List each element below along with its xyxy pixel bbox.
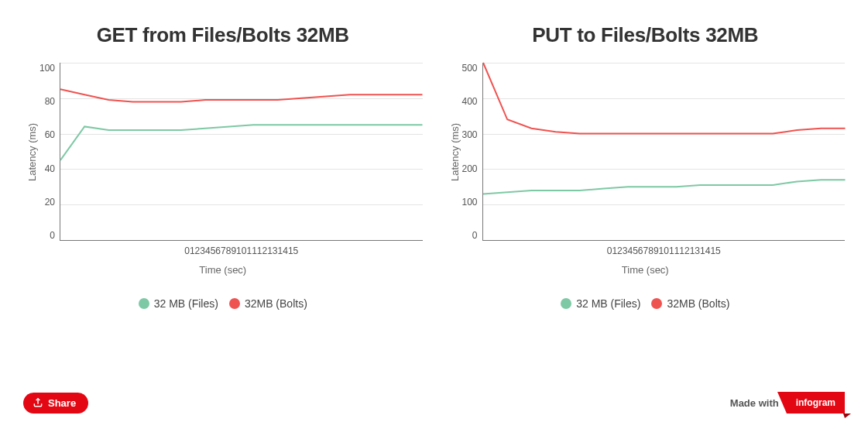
charts-row: GET from Files/Bolts 32MB Latency (ms) 1… [23,23,845,376]
x-tick: 1 [190,245,195,256]
y-tick: 400 [461,96,478,107]
x-tick: 6 [638,245,643,256]
x-tick: 7 [643,245,649,256]
y-tick: 0 [461,230,478,241]
y-axis-label: Latency (ms) [23,63,38,241]
x-tick: 13 [267,245,277,256]
share-label: Share [48,397,76,409]
made-with: Made with infogram [730,392,845,414]
y-ticks: 100806040200 [38,63,60,241]
x-axis-label: Time (sec) [199,264,246,276]
x-tick: 0 [184,245,190,256]
x-tick: 15 [710,245,720,256]
share-icon [33,397,43,408]
brand-label: infogram [796,397,835,408]
legend-label: 32MB (Bolts) [667,297,729,310]
x-ticks: 0123456789101112131415 [570,245,721,256]
x-tick: 3 [200,245,205,256]
x-tick: 7 [221,245,226,256]
y-axis-label: Latency (ms) [446,63,461,241]
chart-put: PUT to Files/Bolts 32MB Latency (ms) 500… [446,23,846,376]
x-tick: 4 [627,245,633,256]
y-ticks: 5004003002001000 [461,63,482,241]
x-tick: 15 [288,245,298,256]
y-tick: 20 [38,197,55,208]
bottom-bar: Share Made with infogram [23,392,845,414]
x-tick: 5 [211,245,216,256]
x-tick: 6 [215,245,221,256]
infogram-link[interactable]: infogram [787,392,845,414]
chart-lines [60,63,423,240]
chart-lines [483,63,846,240]
legend-dot-icon [229,298,240,309]
y-tick: 300 [461,129,478,140]
y-tick: 100 [461,197,478,208]
plot-area: Latency (ms) 5004003002001000 [446,63,846,241]
legend-item-files: 32 MB (Files) [561,297,640,310]
legend-label: 32MB (Bolts) [245,297,307,310]
y-tick: 200 [461,163,478,174]
x-tick: 11 [246,245,256,256]
x-tick: 0 [607,245,612,256]
legend: 32 MB (Files) 32MB (Bolts) [139,297,307,310]
y-tick: 0 [38,230,55,241]
x-tick: 9 [654,245,659,256]
x-tick: 13 [690,245,700,256]
legend: 32 MB (Files) 32MB (Bolts) [561,297,729,310]
made-with-label: Made with [730,397,779,409]
series-line [60,89,423,101]
legend-item-files: 32 MB (Files) [139,297,218,310]
legend-label: 32 MB (Files) [576,297,640,310]
chart-title: PUT to Files/Bolts 32MB [532,23,758,47]
legend-item-bolts: 32MB (Bolts) [651,297,729,310]
series-line [483,180,846,194]
x-tick: 8 [226,245,232,256]
x-ticks: 0123456789101112131415 [147,245,298,256]
share-button[interactable]: Share [23,393,88,414]
y-tick: 100 [38,63,55,74]
legend-dot-icon [651,298,662,309]
x-tick: 14 [278,245,288,256]
plot-area: Latency (ms) 100806040200 [23,63,423,241]
x-tick: 9 [231,245,236,256]
chart-get: GET from Files/Bolts 32MB Latency (ms) 1… [23,23,423,376]
legend-item-bolts: 32MB (Bolts) [229,297,307,310]
series-line [60,125,423,160]
chart-title: GET from Files/Bolts 32MB [97,23,349,47]
x-tick: 2 [195,245,201,256]
x-tick: 10 [236,245,246,256]
x-tick: 12 [257,245,267,256]
y-tick: 80 [38,96,55,107]
x-axis-label: Time (sec) [622,264,669,276]
x-tick: 10 [659,245,669,256]
x-tick: 2 [617,245,623,256]
x-tick: 4 [205,245,211,256]
x-tick: 3 [623,245,628,256]
chart-grid [60,63,423,241]
legend-dot-icon [561,298,571,309]
x-tick: 11 [669,245,679,256]
y-tick: 40 [38,163,55,174]
x-tick: 14 [700,245,710,256]
x-tick: 1 [612,245,617,256]
series-line [483,63,846,134]
legend-dot-icon [139,298,149,309]
x-tick: 8 [648,245,654,256]
y-tick: 60 [38,129,55,140]
y-tick: 500 [461,63,478,74]
x-tick: 12 [679,245,689,256]
x-tick: 5 [633,245,638,256]
legend-label: 32 MB (Files) [154,297,218,310]
chart-grid [482,63,846,241]
